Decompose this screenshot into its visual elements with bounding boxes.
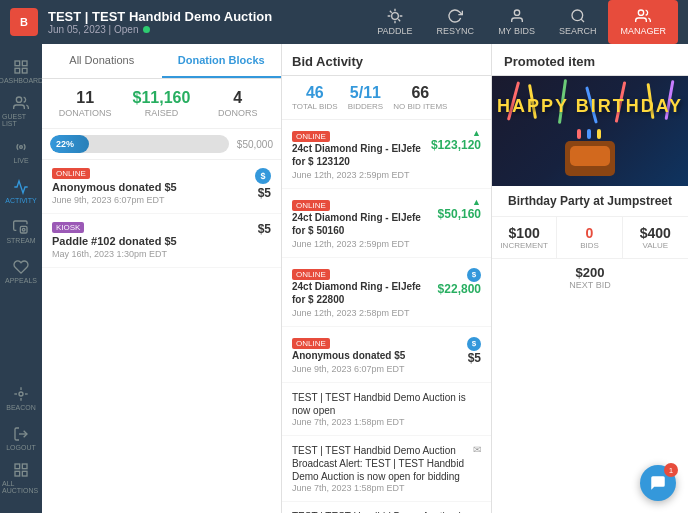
sidebar-item-guestlist[interactable]: GUEST LIST xyxy=(2,92,40,130)
sidebar-item-live[interactable]: LIVE xyxy=(2,132,40,170)
svg-rect-16 xyxy=(22,464,27,469)
total-bids-value: 46 xyxy=(306,84,324,102)
bidders-value: 5/11 xyxy=(350,84,381,102)
list-item: TEST | TEST Handbid Demo Auction Broadca… xyxy=(282,436,491,502)
no-bid-items-value: 66 xyxy=(411,84,429,102)
sidebar-item-stream[interactable]: STREAM xyxy=(2,212,40,250)
svg-rect-17 xyxy=(22,471,27,476)
total-bids-label: TOTAL BIDS xyxy=(292,102,338,111)
activity-date: June 7th, 2023 1:58pm EDT xyxy=(292,417,481,427)
sidebar-item-all-auctions[interactable]: ALL AUCTIONS xyxy=(2,459,40,497)
resync-button[interactable]: RESYNC xyxy=(425,0,487,44)
bid-amount: $123,120 xyxy=(421,138,481,152)
sidebar-label-all-auctions: ALL AUCTIONS xyxy=(2,480,40,494)
svg-rect-5 xyxy=(15,61,20,66)
sidebar-label-appeals: APPEALS xyxy=(5,277,37,284)
sidebar-item-dashboard[interactable]: DASHBOARD xyxy=(2,52,40,90)
donation-stats: 11 DONATIONS $11,160 RAISED 4 DONORS xyxy=(42,79,281,129)
guestlist-icon xyxy=(13,95,29,111)
donations-label: DONATIONS xyxy=(50,108,120,118)
stat-donations: 11 DONATIONS xyxy=(50,89,120,118)
mybids-button[interactable]: MY BIDS xyxy=(486,0,547,44)
donation-right: $5 xyxy=(258,222,271,236)
promoted-header: Promoted item xyxy=(492,44,688,76)
tab-all-donations[interactable]: All Donations xyxy=(42,44,162,78)
svg-rect-18 xyxy=(15,471,20,476)
bid-date: June 12th, 2023 2:59pm EDT xyxy=(292,239,421,249)
list-item: ONLINE 24ct Diamond Ring - ElJefe for $ … xyxy=(282,120,491,189)
message-icon: ✉ xyxy=(473,444,481,455)
progress-section: 22% $50,000 xyxy=(42,129,281,160)
sidebar-item-activity[interactable]: ACTIVITY xyxy=(2,172,40,210)
svg-line-3 xyxy=(581,19,584,22)
search-button[interactable]: SEARCH xyxy=(547,0,609,44)
main-content: All Donations Donation Blocks 11 DONATIO… xyxy=(42,44,688,513)
bid-date: June 9th, 2023 6:07pm EDT xyxy=(292,364,405,374)
dollar-icon: $ xyxy=(255,168,271,184)
svg-point-1 xyxy=(514,10,519,15)
bid-date: June 12th, 2023 2:58pm EDT xyxy=(292,308,421,318)
item-value: $400 xyxy=(629,225,682,241)
svg-point-0 xyxy=(392,13,399,20)
birthday-banner: HAPPY BIRTHDAY xyxy=(492,96,688,117)
sidebar-label-activity: ACTIVITY xyxy=(5,197,37,204)
manager-button[interactable]: MANAGER xyxy=(608,0,678,44)
list-item: ONLINE 24ct Diamond Ring - ElJefe for $ … xyxy=(282,189,491,258)
chat-icon xyxy=(649,474,667,492)
chat-bubble[interactable]: 1 xyxy=(640,465,676,501)
stat-donors: 4 DONORS xyxy=(203,89,273,118)
no-bid-items-stat: 66 NO BID ITEMS xyxy=(393,84,447,111)
stream-icon xyxy=(13,219,29,235)
donation-badge-online: ONLINE xyxy=(52,168,90,179)
bid-badge-online: ONLINE xyxy=(292,338,330,349)
sidebar-item-logout[interactable]: LOGOUT xyxy=(2,419,40,457)
bid-stats-row: 46 TOTAL BIDS 5/11 BIDDERS 66 NO BID ITE… xyxy=(282,76,491,120)
raised-label: RAISED xyxy=(126,108,196,118)
donation-amount: $5 xyxy=(258,186,271,200)
bid-description: 24ct Diamond Ring - ElJefe for $ 50160 xyxy=(292,211,421,237)
bid-badge-online: ONLINE xyxy=(292,269,330,280)
raised-amount: $11,160 xyxy=(126,89,196,107)
donation-info: KIOSK Paddle #102 donated $5 May 16th, 2… xyxy=(52,222,177,259)
sidebar-label-stream: STREAM xyxy=(6,237,35,244)
sidebar-item-beacon[interactable]: BEACON xyxy=(2,379,40,417)
bid-amount: $50,160 xyxy=(421,207,481,221)
header-nav: PADDLE RESYNC MY BIDS SEARCH MANAGER xyxy=(365,0,678,44)
promoted-stats: $100 INCREMENT 0 BIDS $400 VALUE xyxy=(492,217,688,259)
bids-label: BIDS xyxy=(563,241,615,250)
svg-rect-6 xyxy=(22,61,27,66)
promoted-item-panel: Promoted item xyxy=(492,44,688,513)
donation-name: Paddle #102 donated $5 xyxy=(52,235,177,247)
donation-right: $ $5 xyxy=(255,168,271,200)
value-stat: $400 VALUE xyxy=(623,217,688,258)
promoted-title: Promoted item xyxy=(504,54,676,69)
bids-stat: 0 BIDS xyxy=(557,217,622,258)
bid-activity-title: Bid Activity xyxy=(292,54,481,69)
paddle-button[interactable]: PADDLE xyxy=(365,0,424,44)
sidebar-label-live: LIVE xyxy=(13,157,28,164)
tab-donation-blocks[interactable]: Donation Blocks xyxy=(162,44,282,78)
progress-bar: 22% xyxy=(50,135,229,153)
donation-name: Anonymous donated $5 xyxy=(52,181,177,193)
bidders-label: BIDDERS xyxy=(348,102,384,111)
bid-date: June 12th, 2023 2:59pm EDT xyxy=(292,170,421,180)
svg-rect-15 xyxy=(15,464,20,469)
sidebar-item-appeals[interactable]: APPEALS xyxy=(2,252,40,290)
bid-activity-header: Bid Activity xyxy=(282,44,491,76)
svg-point-9 xyxy=(16,97,21,102)
svg-rect-11 xyxy=(20,226,27,233)
donation-info: ONLINE Anonymous donated $5 June 9th, 20… xyxy=(52,168,177,205)
donation-list: ONLINE Anonymous donated $5 June 9th, 20… xyxy=(42,160,281,513)
logout-icon xyxy=(13,426,29,442)
sidebar-label-dashboard: DASHBOARD xyxy=(0,77,43,84)
app-header: B TEST | TEST Handbid Demo Auction Jun 0… xyxy=(0,0,688,44)
value-label: VALUE xyxy=(629,241,682,250)
bid-list: ONLINE 24ct Diamond Ring - ElJefe for $ … xyxy=(282,120,491,513)
promoted-image: HAPPY BIRTHDAY xyxy=(492,76,688,186)
list-item: TEST | TEST Handbid Demo Auction is now … xyxy=(282,383,491,436)
bid-badge-online: ONLINE xyxy=(292,131,330,142)
svg-point-12 xyxy=(22,228,25,231)
status-indicator xyxy=(143,26,150,33)
bid-description: Anonymous donated $5 xyxy=(292,349,405,362)
donors-count: 4 xyxy=(203,89,273,107)
